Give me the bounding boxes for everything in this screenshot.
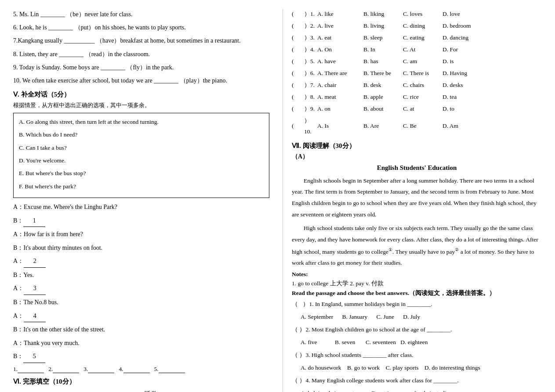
comp-q1-options: A. September B. January C. June D. July: [301, 312, 542, 323]
dialog-b6: B： 5: [13, 351, 269, 363]
mc-a-8-label: A. meat: [317, 92, 363, 103]
reading-title: English Students' Education: [292, 164, 542, 172]
dialog-b4: B：The No.8 bus.: [13, 297, 269, 309]
choice-e: E. But where's the bus stop?: [19, 168, 264, 179]
reading-para-1: English schools begin in September after…: [292, 175, 542, 220]
notes-title: Notes:: [292, 271, 542, 278]
right-column: ( ）1. A. like B. liking C. loves D. love…: [283, 9, 542, 392]
mc-row-7: ( ）7. A. chair B. desk C. chairs D. desk…: [292, 80, 542, 91]
mc-paren-2: (: [292, 21, 298, 32]
choice-d: D. You're welcome.: [19, 155, 264, 166]
comp-q3: （ ）3. High school students ________ afte…: [292, 350, 542, 374]
question-6: 6. Look, he is ________ （put）on his shoe…: [13, 22, 269, 33]
comp-q2-options: A. five B. seven C. seventeen D. eightee…: [301, 337, 542, 348]
choice-box: A. Go along this street, then turn left …: [13, 113, 269, 198]
mc-b-1: B. liking: [363, 9, 403, 20]
mc-row-8: ( ）8. A. meat B. apple C. rice D. tea: [292, 92, 542, 103]
mc-paren-1: (: [292, 9, 298, 20]
dialog-a5: A： 4: [13, 310, 269, 323]
answer-3: 3.: [83, 366, 114, 373]
mc-space-1: [298, 9, 304, 20]
answer-4: 4.: [119, 366, 149, 373]
dialog-a1: A：Excuse me. Where's the Linghu Park?: [13, 201, 269, 213]
reading-para-2: High school students take only five or s…: [292, 223, 542, 268]
comp-q4: （ ）4. Many English college students work…: [292, 375, 542, 392]
question-10: 10. We often take exercise after school,…: [13, 75, 269, 86]
notes-content: 1. go to college 上大学 2. pay v. 付款: [292, 280, 542, 288]
mc-b-2: B. living: [363, 21, 403, 32]
section5-instruction: 根据情景，从方框中选出正确的选项，其中一项多余。: [13, 101, 269, 109]
question-8: 8. Listen, they are ________ （read）in th…: [13, 49, 269, 60]
mc-a-2: A. live: [317, 21, 363, 32]
answer-5: 5.: [154, 366, 185, 373]
answer-row: 1. 2. 3. 4. 5.: [13, 366, 269, 373]
comp-q4-options-line1: A. helping their parents B. getting mone…: [301, 388, 542, 392]
section5-title: Ⅴ. 补全对话（5分）: [13, 90, 269, 99]
choice-a: A. Go along this street, then turn left …: [19, 117, 264, 127]
choice-b: B. Which bus do I need?: [19, 129, 264, 140]
mc-row-2: ( ）2. A. live B. living C. dining D. bed…: [292, 21, 542, 32]
left-column: 5. Ms. Lin ________ （be）never late for c…: [13, 9, 269, 392]
dialog-a3: A： 2: [13, 255, 269, 268]
dialog-a4: A： 3: [13, 283, 269, 295]
mc-row-5: ( ）5. A. have B. has C. am D. is: [292, 56, 542, 67]
mc-row-1: ( ）1. A. like B. liking C. loves D. love: [292, 9, 542, 20]
dialog-b5: B：It's on the other side of the street.: [13, 324, 269, 336]
mc-row-6: ( ）6. A. There are B. There be C. There …: [292, 68, 542, 79]
dialog-section: A：Excuse me. Where's the Linghu Park? B：…: [13, 201, 269, 363]
dialog-a2: A：How far is it from here?: [13, 229, 269, 241]
dialog-b3: B：Yes.: [13, 270, 269, 281]
mc-row-3: ( ）3. A. eat B. sleep C. eating D. danci…: [292, 32, 542, 43]
choice-c: C. Can I take a bus?: [19, 143, 264, 153]
dialog-a6: A：Thank you very much.: [13, 338, 269, 349]
section-a-label: （A）: [292, 153, 542, 161]
section7-title: Ⅶ. 阅读理解（30分）: [292, 142, 542, 150]
mc-row-9: ( ）9. A. on B. about C. at D. to: [292, 104, 542, 115]
mc-row-10: ( ）10. A. Is B. Are C. Be D. Am: [292, 115, 542, 137]
question-9: 9. Today is Sunday. Some boys are ______…: [13, 62, 269, 73]
question-7: 7.Kangkang usually __________ （have）brea…: [13, 35, 269, 46]
answer-1: 1.: [13, 366, 44, 373]
choice-f: F. But where's the park?: [19, 181, 264, 192]
mc-d-1: D. love: [443, 9, 460, 20]
mc-a-1: A. like: [317, 9, 363, 20]
mc-section: ( ）1. A. like B. liking C. loves D. love…: [292, 9, 542, 137]
mc-c-2: C. dining: [403, 21, 443, 32]
dialog-b2: B：It's about thirty minutes on foot.: [13, 242, 269, 254]
mc-row-4: ( ）4. A. On B. In C. At D. For: [292, 44, 542, 55]
fill-blank-questions: 5. Ms. Lin ________ （be）never late for c…: [13, 9, 269, 86]
mc-d-2: D. bedroom: [443, 21, 471, 32]
comp-q3-options: A. do housework B. go to work C. play sp…: [301, 363, 542, 374]
read-instruction: Read the passage and choose the best ans…: [292, 289, 542, 297]
comp-q2: （ ）2. Most English children go to school…: [292, 324, 542, 348]
cloze-text: Jane 1 her bedroom because she likes sle…: [13, 388, 269, 392]
mc-num-2: ）2.: [304, 21, 317, 32]
dialog-b1: B： 1: [13, 215, 269, 227]
question-5: 5. Ms. Lin ________ （be）never late for c…: [13, 9, 269, 20]
comp-q1: （ ）1. In England, summer holidays begin …: [292, 299, 542, 323]
section6-title: Ⅵ. 完形填空（10分）: [13, 378, 269, 386]
mc-c-1: C. loves: [403, 9, 443, 20]
mc-num-1: ）1.: [304, 9, 317, 20]
answer-2: 2.: [48, 366, 79, 373]
